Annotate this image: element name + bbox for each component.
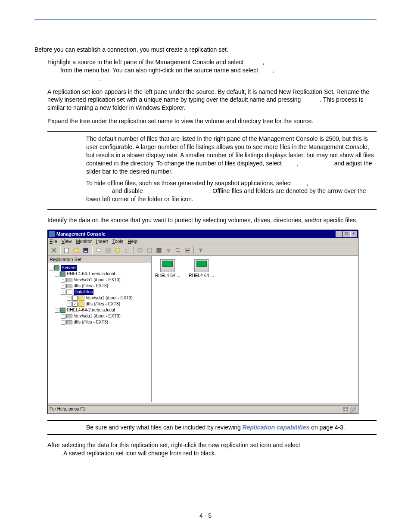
svg-point-11 (168, 251, 169, 252)
minimize-button[interactable]: _ (336, 231, 342, 237)
toolbar-icon-5[interactable] (94, 246, 103, 255)
toolbar-icon-14[interactable] (183, 246, 192, 255)
resize-grip[interactable] (350, 407, 356, 413)
toolbar-icon-13[interactable] (174, 246, 182, 255)
menu-insert[interactable]: Insert (96, 239, 108, 244)
tree-rs-dtfs[interactable]: dtfs (/files - EXT3) (86, 301, 120, 307)
tree-repset[interactable]: DataFiles (74, 289, 93, 295)
expand-icon[interactable]: - (49, 266, 53, 271)
window-titlebar[interactable]: Management Console _ □ × (48, 230, 358, 238)
note1-p1c: slider bar to the desired number. (86, 168, 173, 175)
tree-view[interactable]: -Servers -RHEL4-64-1.nebula.local +/dev/… (48, 263, 151, 402)
toolbar-open-icon[interactable] (72, 246, 81, 255)
svg-point-12 (176, 248, 179, 252)
note2-a: Be sure and verify what files can be inc… (86, 424, 243, 431)
step1-comma1: , (262, 59, 264, 65)
expand-icon[interactable]: + (67, 302, 72, 307)
expand-icon[interactable]: + (61, 314, 65, 319)
svg-rect-7 (138, 249, 140, 252)
checkbox-checked[interactable]: ✓ (72, 302, 78, 307)
right-pane[interactable]: RHEL4-64-... RHEL4-64-... (152, 256, 358, 402)
tree-host2-dtfs[interactable]: dtfs (/files - EXT3) (74, 319, 108, 325)
expand-icon[interactable]: + (61, 320, 65, 325)
svg-rect-16 (346, 407, 348, 409)
expand-icon[interactable]: - (61, 290, 65, 295)
note1-c2: , (307, 180, 308, 187)
drive-icon (66, 284, 72, 288)
server-large-icon (160, 259, 175, 272)
management-console-window: Management Console _ □ × File View Monit… (47, 230, 358, 414)
toolbar-icon-7[interactable] (113, 246, 122, 255)
step-1: Highlight a source in the left pane of t… (47, 58, 377, 83)
drive-icon (66, 320, 72, 324)
note1-p1b: and adjust the (334, 160, 372, 167)
app-icon (49, 231, 55, 237)
maximize-button[interactable]: □ (343, 231, 350, 237)
tree-host1-dtfs[interactable]: dtfs (/files - EXT3) (74, 283, 108, 289)
item-label-2: RHEL4-64-... (189, 273, 214, 278)
checkbox-unchecked[interactable] (72, 296, 78, 301)
page-number: 4 - 5 (0, 512, 411, 519)
window-title: Management Console (56, 231, 336, 236)
toolbar-save-icon[interactable] (81, 246, 90, 255)
step1-comma2: , (273, 67, 274, 74)
left-pane: Replication Set -Servers -RHEL4-64-1.neb… (48, 256, 152, 402)
tree-root[interactable]: Servers (61, 265, 77, 271)
svg-rect-17 (343, 410, 345, 411)
menu-file[interactable]: File (50, 239, 57, 244)
step-3: Expand the tree under the replication se… (47, 117, 377, 125)
menu-monitor[interactable]: Monitor (76, 239, 92, 244)
menu-view[interactable]: View (62, 239, 72, 244)
step-5: After selecting the data for this replic… (47, 441, 377, 457)
tree-host2-sda[interactable]: /dev/sda1 (/boot - EXT3) (74, 313, 121, 319)
step1-dot: . (99, 75, 101, 82)
menu-bar[interactable]: File View Monitor Insert Tools Help (48, 238, 358, 245)
step1-line1: Highlight a source in the left pane of t… (47, 59, 243, 65)
host-icon (60, 308, 65, 313)
tree-host2[interactable]: RHEL4-64-2.nebula.local (67, 307, 115, 313)
svg-rect-5 (115, 249, 120, 252)
tree-rs-sda[interactable]: /dev/sda1 (/boot - EXT3) (86, 295, 133, 301)
list-item[interactable]: RHEL4-64-... (155, 259, 180, 278)
close-button[interactable]: × (350, 231, 357, 237)
svg-rect-8 (140, 249, 142, 252)
svg-text:?: ? (199, 248, 202, 253)
toolbar-icon-1[interactable] (50, 246, 58, 255)
tree-host1-sda[interactable]: /dev/sda1 (/boot - EXT3) (74, 277, 121, 283)
toolbar-icon-10[interactable] (145, 246, 154, 255)
menu-help[interactable]: Help (128, 239, 137, 244)
note1-p1a: The default number of files that are lis… (86, 135, 374, 167)
drive-icon (66, 278, 72, 282)
toolbar-new-icon[interactable] (62, 246, 71, 255)
svg-rect-0 (65, 248, 68, 253)
menu-tools[interactable]: Tools (112, 239, 124, 244)
toolbar-icon-11[interactable] (155, 246, 163, 255)
expand-icon[interactable]: + (61, 284, 65, 289)
expand-icon[interactable]: + (61, 278, 65, 283)
left-pane-header: Replication Set (48, 256, 151, 263)
folder-icon (78, 302, 84, 307)
toolbar-help-icon[interactable]: ? (196, 246, 205, 255)
step5-a: After selecting the data for this replic… (47, 442, 300, 448)
item-label-1: RHEL4-64-... (155, 273, 180, 278)
toolbar: ? (48, 245, 358, 256)
list-item[interactable]: RHEL4-64-... (189, 259, 214, 278)
host-icon (60, 271, 65, 277)
expand-icon[interactable]: + (67, 296, 72, 301)
status-text: For Help, press F1 (50, 407, 85, 413)
step-4: Identify the data on the source that you… (47, 216, 377, 224)
tree-host1[interactable]: RHEL4-64-1.nebula.local (67, 271, 115, 277)
toolbar-icon-12[interactable] (164, 246, 173, 255)
toolbar-icon-6[interactable] (104, 246, 112, 255)
status-bar: For Help, press F1 (48, 405, 358, 414)
svg-rect-18 (346, 410, 348, 411)
toolbar-icon-8[interactable] (123, 246, 131, 255)
expand-icon[interactable]: - (55, 308, 59, 313)
expand-icon[interactable]: - (55, 272, 59, 277)
replication-capabilities-link[interactable]: Replication capabilities (243, 424, 310, 431)
svg-rect-15 (343, 407, 345, 409)
server-large-icon (194, 259, 209, 272)
repset-icon (66, 289, 72, 295)
note2-b: on page 4-3. (309, 424, 345, 431)
toolbar-icon-9[interactable] (136, 246, 144, 255)
